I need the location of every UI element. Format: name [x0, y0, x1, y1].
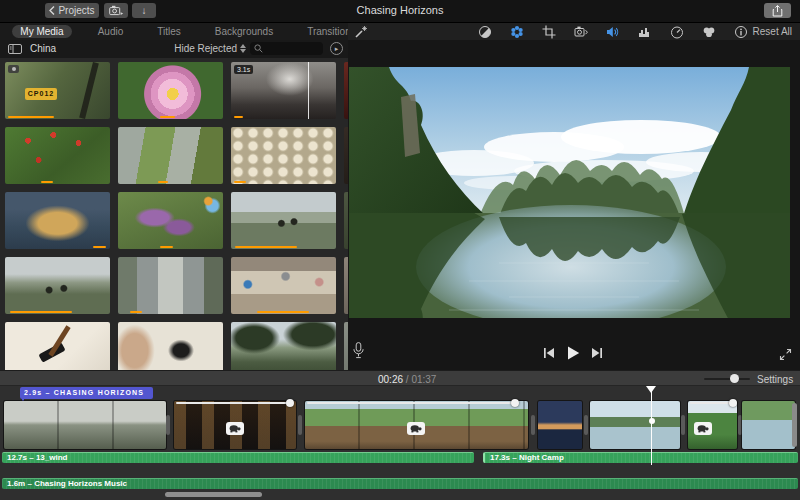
sidebar-toggle-icon[interactable]: [8, 44, 22, 54]
media-thumbnail-longan[interactable]: [5, 192, 110, 249]
speed-handle[interactable]: [729, 399, 737, 407]
skip-back-button[interactable]: [543, 347, 555, 359]
timeline-settings-button[interactable]: Settings: [757, 374, 793, 385]
microphone-icon: [353, 342, 364, 359]
content-filter-button[interactable]: ▸: [330, 42, 343, 55]
playhead-handle-icon[interactable]: [646, 386, 656, 393]
color-correction-icon[interactable]: [510, 25, 524, 39]
timeline-clip-karst-reflection[interactable]: [590, 401, 680, 449]
share-button[interactable]: [764, 3, 791, 18]
speed-icon[interactable]: [670, 25, 684, 39]
favorite-marker: [235, 246, 297, 248]
status-bar: 00:26 / 01:37 Settings: [0, 370, 800, 386]
record-voiceover-button[interactable]: [353, 342, 364, 359]
slow-motion-turtle-icon: [694, 422, 712, 435]
media-thumbnail-table[interactable]: [231, 257, 336, 314]
hide-rejected-popup[interactable]: Hide Rejected: [174, 43, 246, 54]
share-icon: [772, 5, 783, 17]
speed-range-bar[interactable]: [307, 402, 513, 404]
clip-joint-handle[interactable]: [584, 415, 588, 435]
media-thumbnail-purple-veg[interactable]: [118, 192, 223, 249]
media-thumbnail-dumplings[interactable]: [231, 127, 336, 184]
fullscreen-icon: [779, 348, 792, 361]
music-track-clip[interactable]: 1.6m – Chasing Horizons Music: [2, 478, 798, 489]
info-icon[interactable]: [734, 25, 748, 39]
tab-audio[interactable]: Audio: [90, 25, 132, 38]
media-thumbnail-motorbikes[interactable]: [231, 192, 336, 249]
tab-backgrounds[interactable]: Backgrounds: [207, 25, 281, 38]
tab-my-media[interactable]: My Media: [12, 25, 71, 38]
skip-back-icon: [543, 347, 555, 359]
speed-range-bar[interactable]: [690, 402, 732, 404]
favorite-marker: [41, 181, 53, 183]
frame-separators: [4, 401, 166, 449]
timeline-clip-cloudy-city[interactable]: [4, 401, 166, 449]
current-time: 00:26: [378, 374, 403, 385]
timeline-clip-dusk-skyline[interactable]: [538, 401, 582, 449]
camera-icon: [8, 65, 19, 73]
timeline-vertical-scrollbar[interactable]: [792, 403, 797, 447]
timeline-clip-river-reflection[interactable]: [742, 401, 795, 449]
media-thumbnail-calligraphy-writing[interactable]: [118, 322, 223, 370]
media-thumbnail-calligraphy-brush[interactable]: [5, 322, 110, 370]
media-thumbnail-trees[interactable]: [231, 322, 336, 370]
reset-all-button[interactable]: Reset All: [753, 26, 792, 37]
tab-titles[interactable]: Titles: [149, 25, 189, 38]
hide-rejected-label: Hide Rejected: [174, 43, 237, 54]
favorite-marker: [158, 181, 168, 183]
slow-motion-turtle-icon: [407, 422, 425, 435]
skip-forward-icon: [591, 347, 603, 359]
search-field[interactable]: [250, 42, 323, 55]
viewer-pane: [348, 40, 800, 370]
clip-filter-icon[interactable]: [702, 25, 716, 39]
search-icon: [254, 44, 263, 53]
media-thumbnail-bicycle[interactable]: CP012: [5, 62, 110, 119]
volume-icon[interactable]: [606, 25, 620, 39]
clip-joint-handle[interactable]: [298, 415, 302, 435]
timeline-horizontal-scrollbar[interactable]: [165, 492, 262, 497]
clip-joint-handle[interactable]: [531, 415, 535, 435]
media-thumbnail-cucumbers[interactable]: [118, 127, 223, 184]
media-browser-grid: CP012 3.1s: [0, 58, 348, 370]
clip-joint-handle[interactable]: [166, 415, 170, 435]
speed-handle[interactable]: [286, 399, 294, 407]
media-thumbnail-lotus[interactable]: [118, 62, 223, 119]
auto-enhance-wand-icon[interactable]: [354, 25, 368, 39]
clip-joint-handle[interactable]: [681, 415, 685, 435]
viewer-preview[interactable]: [349, 67, 790, 318]
timecode: 00:26 / 01:37: [378, 374, 436, 385]
media-thumbnail-chilis[interactable]: [5, 127, 110, 184]
slow-motion-turtle-icon: [226, 422, 244, 435]
preview-frame-karst-river: [349, 67, 790, 318]
speed-range-bar[interactable]: [176, 402, 288, 404]
media-thumbnail-village-riders[interactable]: [5, 257, 110, 314]
skim-playhead: [308, 62, 309, 119]
top-toolbar: Projects ↓ Chasing Horizons: [0, 0, 800, 23]
clip-size-slider[interactable]: [704, 378, 750, 380]
speed-handle[interactable]: [511, 399, 519, 407]
window-title: Chasing Horizons: [0, 4, 800, 16]
media-thumbnail-wok[interactable]: 3.1s: [231, 62, 336, 119]
timeline-title-clip[interactable]: 2.9s – CHASING HORIZONS: [20, 387, 153, 399]
favorite-marker: [234, 116, 243, 118]
media-thumbnail-alley[interactable]: [118, 257, 223, 314]
favorite-marker: [234, 181, 246, 183]
skip-forward-button[interactable]: [591, 347, 603, 359]
license-plate-text: CP012: [25, 88, 57, 100]
stabilization-icon[interactable]: [574, 25, 588, 39]
noise-reduction-icon[interactable]: [638, 25, 652, 39]
audio-clip-wind[interactable]: 12.7s – 13_wind: [2, 452, 474, 463]
fullscreen-button[interactable]: [779, 348, 792, 361]
audio-clip-night-camp[interactable]: 17.3s – Night Camp: [483, 452, 798, 463]
clip-size-slider-thumb[interactable]: [730, 374, 739, 383]
favorite-marker: [93, 246, 106, 248]
play-button[interactable]: [566, 346, 580, 360]
timeline: 2.9s – CHASING HORIZONS 12.7s – 13_wind: [0, 386, 800, 500]
favorite-marker: [8, 116, 54, 118]
library-name[interactable]: China: [30, 43, 56, 54]
search-input[interactable]: [263, 44, 322, 54]
crop-icon[interactable]: [542, 25, 556, 39]
playhead[interactable]: [651, 387, 652, 465]
adjust-bar: Reset All: [348, 23, 800, 40]
color-balance-icon[interactable]: [478, 25, 492, 39]
